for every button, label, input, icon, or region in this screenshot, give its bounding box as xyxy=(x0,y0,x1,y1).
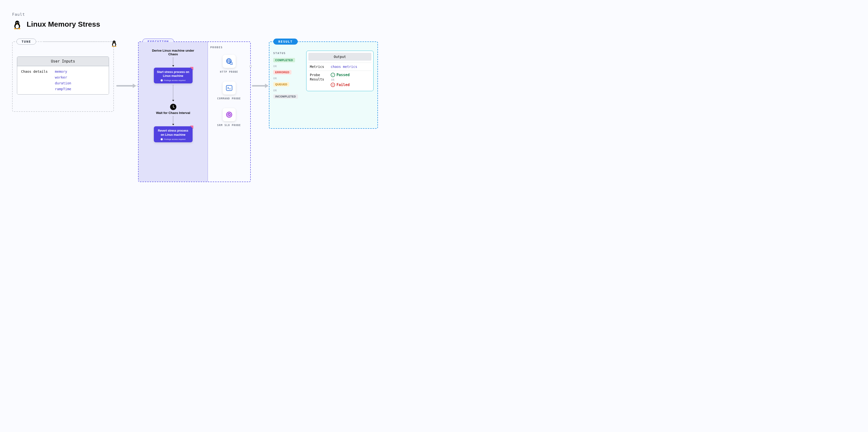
probe-results-label: Probe Results xyxy=(310,73,326,87)
execution-flow: Derive Linux machine under Chaos Start s… xyxy=(138,42,208,181)
or-separator: OR xyxy=(331,79,349,81)
privilege-note: Privilege access required xyxy=(156,138,190,140)
privilege-note: Privilege access required xyxy=(156,79,190,82)
failed-text: Failed xyxy=(337,83,349,87)
srm-slo-probe: SRM SLO PROBE xyxy=(210,108,248,127)
output-heading: Output xyxy=(308,53,371,61)
diagram-canvas: TUNE User Inputs Chaos details memory wo… xyxy=(12,37,368,187)
terminal-icon xyxy=(225,84,233,92)
passed-text: Passed xyxy=(337,73,349,77)
param-item: rampTime xyxy=(55,87,71,91)
step-title: Start stress process on Linux machine xyxy=(156,70,190,78)
corner-tag-icon xyxy=(190,125,193,129)
result-pill: RESULT xyxy=(273,38,298,45)
user-inputs-card: User Inputs Chaos details memory worker … xyxy=(17,56,109,94)
step-title: Revert stress process on Linux machine xyxy=(156,129,190,137)
arrow-down-icon xyxy=(173,57,173,66)
execution-panel: EXECUTION Derive Linux machine under Cha… xyxy=(138,41,251,182)
check-circle-icon: ✓ xyxy=(331,73,335,77)
command-probe: COMMAND PROBE xyxy=(210,82,248,100)
user-inputs-heading: User Inputs xyxy=(17,57,109,66)
arrow-down-icon xyxy=(173,116,173,125)
param-item: memory xyxy=(55,69,71,74)
flow-arrow-icon xyxy=(116,85,136,88)
flow-arrow-icon xyxy=(252,85,268,88)
status-badge-incompleted: INCOMPLETED xyxy=(273,94,298,99)
param-item: worker xyxy=(55,76,71,79)
param-item: duration xyxy=(55,81,71,85)
clock-icon xyxy=(170,104,176,110)
or-separator: OR xyxy=(273,77,302,80)
wait-step-text: Wait for Chaos Interval xyxy=(156,111,190,115)
page-title: Linux Memory Stress xyxy=(27,20,100,28)
metrics-value: chaos metrics xyxy=(331,65,357,68)
probe-label: COMMAND PROBE xyxy=(217,97,241,100)
metrics-label: Metrics xyxy=(310,65,326,68)
corner-tag-icon xyxy=(190,67,193,70)
tune-panel: TUNE User Inputs Chaos details memory wo… xyxy=(12,41,114,112)
slo-check-icon xyxy=(225,111,233,118)
probes-heading: PROBES xyxy=(210,46,248,49)
x-circle-icon: ✕ xyxy=(331,83,335,87)
globe-search-icon xyxy=(225,58,233,65)
status-badge-errored: ERRORED xyxy=(273,70,291,75)
linux-penguin-icon xyxy=(12,19,22,29)
header: Fault Linux Memory Stress xyxy=(12,12,368,29)
probe-failed: ✕ Failed xyxy=(331,83,349,87)
connector-node-icon xyxy=(250,65,252,67)
result-panel: RESULT STATUS COMPLETED OR ERRORED OR QU… xyxy=(269,41,378,129)
probe-passed: ✓ Passed xyxy=(331,73,349,77)
http-probe: HTTP PROBE xyxy=(210,55,248,74)
output-card: Output Metrics chaos metrics Probe Resul… xyxy=(306,51,374,91)
or-separator: OR xyxy=(273,65,302,68)
derive-step-text: Derive Linux machine under Chaos xyxy=(151,49,195,56)
tune-pill: TUNE xyxy=(17,38,36,45)
probe-label: SRM SLO PROBE xyxy=(217,124,241,127)
arrow-down-icon xyxy=(173,85,173,101)
revert-stress-card: Revert stress process on Linux machine P… xyxy=(154,126,193,142)
status-heading: STATUS xyxy=(273,52,302,55)
status-column: STATUS COMPLETED OR ERRORED OR QUEUED OR… xyxy=(273,46,302,124)
probe-label: HTTP PROBE xyxy=(220,70,238,74)
status-badge-completed: COMPLETED xyxy=(273,58,295,62)
probes-column: PROBES HTTP PROBE COMMAND PROBE SRM SLO … xyxy=(208,42,250,181)
or-separator: OR xyxy=(273,89,302,92)
start-stress-card: Start stress process on Linux machine Pr… xyxy=(154,68,193,83)
chaos-params-list: memory worker duration rampTime xyxy=(55,69,71,91)
linux-penguin-icon xyxy=(111,39,118,47)
chaos-details-label: Chaos details xyxy=(21,69,48,91)
status-badge-queued: QUEUED xyxy=(273,82,289,87)
category-label: Fault xyxy=(12,12,368,17)
